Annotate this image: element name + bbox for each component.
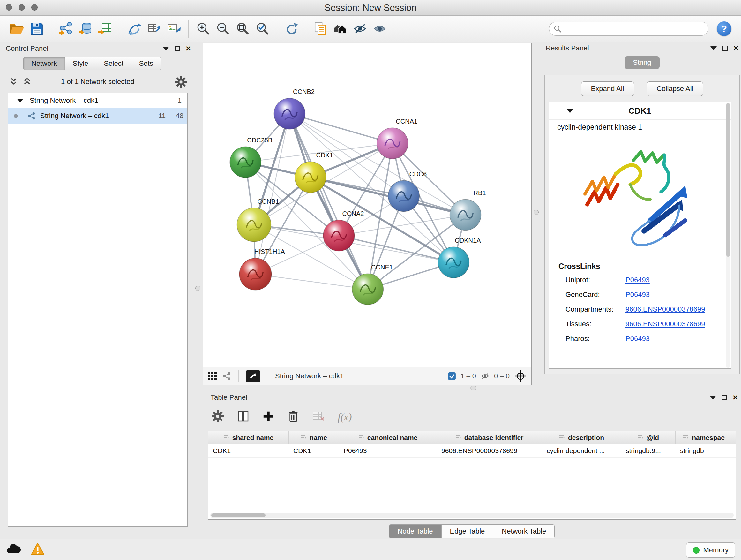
panel-collapse-icon[interactable] — [711, 46, 717, 51]
share-view-icon[interactable] — [222, 372, 231, 381]
show-columns-icon[interactable] — [237, 410, 250, 424]
table-scrollbar-thumb[interactable] — [211, 513, 266, 517]
protein-collapse-icon[interactable] — [567, 109, 573, 113]
table-row[interactable]: CDK1CDK1P064939606.ENSP00000378699cyclin… — [208, 444, 736, 457]
table-horizontal-scrollbar[interactable] — [210, 513, 734, 518]
node-HIST1H1A[interactable] — [239, 258, 272, 290]
hidden-items-eye-slash-icon[interactable] — [481, 372, 489, 380]
crosslink-link[interactable]: P06493 — [625, 334, 650, 343]
zoom-in-button[interactable] — [193, 18, 213, 39]
network-row-selected[interactable]: String Network – cdk1 11 48 — [8, 108, 187, 124]
status-bar: Memory — [0, 539, 741, 560]
node-CDK1[interactable] — [295, 162, 326, 192]
tab-style[interactable]: Style — [65, 57, 96, 70]
node-CDKN1A[interactable] — [438, 247, 469, 278]
results-scrollbar[interactable] — [726, 103, 730, 368]
panel-close-icon[interactable]: × — [733, 394, 738, 401]
tree-expand-icon[interactable] — [17, 99, 23, 103]
network-selection-row: 1 of 1 Network selected — [6, 75, 190, 89]
memory-button[interactable]: Memory — [686, 543, 735, 558]
node-CDC6[interactable] — [388, 180, 419, 211]
column-header[interactable]: description — [542, 431, 621, 444]
column-header[interactable]: canonical name — [339, 431, 437, 444]
table-cell: stringdb:9... — [621, 444, 676, 457]
open-session-button[interactable] — [7, 18, 27, 39]
function-builder-icon: f(x) — [338, 411, 352, 423]
copy-document-button[interactable] — [311, 18, 330, 39]
help-button[interactable]: ? — [717, 21, 731, 36]
network-edge-CCNB2-CCNE1[interactable] — [289, 114, 367, 289]
string-results-tab[interactable]: String — [624, 56, 659, 69]
node-CDC25B[interactable] — [230, 146, 261, 178]
collapse-all-button[interactable]: Collapse All — [647, 81, 703, 96]
crosslink-link[interactable]: 9606.ENSP00000378699 — [625, 305, 705, 314]
panel-close-icon[interactable]: × — [186, 45, 191, 52]
tab-network[interactable]: Network — [23, 57, 65, 70]
node-CCNB1[interactable] — [237, 208, 271, 242]
panel-float-icon[interactable] — [722, 395, 727, 400]
network-view[interactable]: CCNB2CCNA1CDC25BCDK1CDC6RB1CCNB1CCNA2CDK… — [203, 43, 532, 367]
node-RB1[interactable] — [450, 199, 481, 230]
crosshair-icon[interactable] — [514, 370, 527, 382]
table-settings-gear-icon[interactable] — [211, 410, 224, 424]
crosslink-link[interactable]: P06493 — [625, 291, 650, 299]
tab-sets[interactable]: Sets — [131, 57, 161, 70]
import-network-database-button[interactable] — [76, 18, 95, 39]
footer-separator — [239, 370, 239, 382]
tab-edge-table[interactable]: Edge Table — [441, 524, 494, 538]
node-CCNA2[interactable] — [323, 220, 354, 251]
zoom-out-button[interactable] — [213, 18, 232, 39]
column-header[interactable]: @id — [621, 431, 676, 444]
column-header[interactable]: name — [289, 431, 339, 444]
panel-close-icon[interactable]: × — [733, 45, 738, 51]
left-splitter-handle[interactable] — [195, 286, 200, 291]
tab-select[interactable]: Select — [96, 57, 131, 70]
crosslinks-title: CrossLinks — [558, 262, 731, 271]
delete-column-trash-icon[interactable] — [287, 410, 299, 424]
import-network-button[interactable] — [56, 18, 76, 39]
panel-collapse-icon[interactable] — [710, 395, 716, 400]
warning-icon[interactable] — [30, 543, 45, 555]
expand-all-button[interactable]: Expand All — [581, 81, 634, 96]
home-button[interactable] — [330, 18, 350, 39]
hide-glyphs-button[interactable] — [350, 18, 370, 39]
column-header[interactable]: database identifier — [437, 431, 542, 444]
search-box[interactable] — [549, 22, 709, 36]
import-table-button[interactable] — [95, 18, 115, 39]
node-CCNE1[interactable] — [352, 273, 383, 305]
search-input[interactable] — [564, 24, 704, 33]
network-collection-row[interactable]: String Network – cdk1 1 — [8, 93, 187, 108]
export-image-button[interactable] — [164, 18, 184, 39]
right-splitter-handle[interactable] — [534, 210, 539, 215]
column-header[interactable]: namespac — [676, 431, 732, 444]
cloud-icon[interactable] — [6, 543, 21, 554]
node-label-RB1: RB1 — [474, 189, 486, 196]
panel-float-icon[interactable] — [175, 46, 180, 51]
crosslink-link[interactable]: P06493 — [625, 276, 650, 284]
column-label: canonical name — [367, 434, 418, 442]
refresh-layout-button[interactable] — [281, 18, 301, 39]
save-session-button[interactable] — [27, 18, 47, 39]
zoom-fit-button[interactable] — [232, 18, 253, 39]
column-header[interactable]: shared name — [208, 431, 289, 444]
tab-network-table[interactable]: Network Table — [493, 524, 555, 538]
panel-float-icon[interactable] — [723, 46, 728, 51]
bottom-splitter-handle[interactable] — [470, 386, 476, 390]
results-scrollbar-thumb[interactable] — [726, 103, 730, 257]
network-from-selection-button[interactable] — [125, 18, 144, 39]
grid-view-icon[interactable] — [208, 371, 217, 381]
tab-node-table[interactable]: Node Table — [389, 524, 442, 538]
network-from-table-button[interactable] — [144, 18, 164, 39]
zoom-selected-button[interactable] — [253, 18, 272, 39]
node-CCNA1[interactable] — [377, 128, 408, 159]
node-CCNB2[interactable] — [274, 98, 305, 129]
panel-collapse-icon[interactable] — [163, 47, 169, 51]
show-glyphs-button[interactable] — [370, 18, 390, 39]
add-column-plus-icon[interactable] — [262, 410, 274, 424]
crosslink-link[interactable]: 9606.ENSP00000378699 — [625, 320, 705, 328]
network-edge-CCNB2-CCNA1[interactable] — [289, 114, 392, 143]
birdseye-view-button[interactable] — [246, 370, 260, 382]
network-options-gear-icon[interactable] — [175, 76, 187, 89]
network-edge-HIST1H1A-CCNE1[interactable] — [255, 274, 367, 289]
selected-nodes-checkbox-icon[interactable] — [448, 372, 456, 380]
